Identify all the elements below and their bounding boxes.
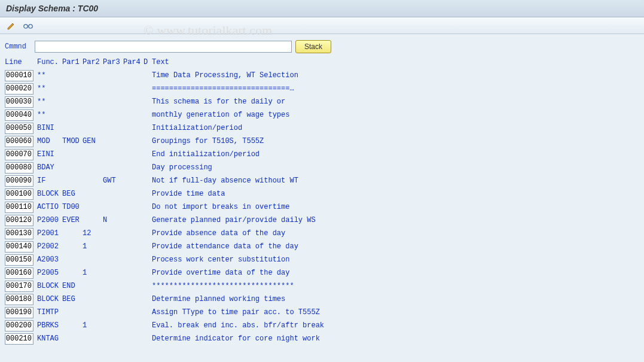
column-headers: Line Func. Par1 Par2 Par3 Par4 D Text	[5, 57, 639, 68]
cell-text: Day processing	[152, 163, 639, 172]
rows-container: **Time Data Processing, WT Selection**==…	[5, 69, 639, 345]
cell-par1: END	[62, 282, 83, 290]
cell-par2: 1	[83, 242, 103, 251]
line-input[interactable]	[5, 215, 33, 226]
cell-text: Not if full-day absence without WT	[152, 177, 639, 185]
line-input[interactable]	[5, 83, 33, 95]
cell-text: Initialization/period	[152, 124, 639, 132]
cell-func: BLOCK	[37, 295, 62, 303]
cell-text: Groupings for T510S, T555Z	[152, 137, 639, 145]
line-input[interactable]	[5, 188, 33, 200]
cell-func: PBRKS	[37, 321, 62, 330]
line-input[interactable]	[5, 175, 33, 187]
line-input[interactable]	[5, 70, 33, 81]
line-input[interactable]	[5, 281, 33, 292]
table-row: EINIEnd initialization/period	[5, 148, 639, 161]
cell-func: **	[37, 71, 62, 80]
cell-func: BLOCK	[37, 190, 62, 198]
cell-func: EINI	[37, 150, 62, 159]
table-row: PBRKS1Eval. break end inc. abs. bfr/aftr…	[5, 319, 639, 332]
cell-func: P2005	[37, 269, 62, 277]
cell-text: ================================…	[152, 84, 639, 93]
cell-par1: TMOD	[62, 137, 83, 145]
cell-func: TIMTP	[37, 308, 62, 317]
line-input[interactable]	[5, 267, 33, 279]
line-input[interactable]	[5, 320, 33, 331]
table-row: **Time Data Processing, WT Selection	[5, 69, 639, 82]
cell-func: **	[37, 111, 62, 119]
cell-par1: BEG	[62, 295, 83, 303]
table-row: BINIInitialization/period	[5, 121, 639, 135]
edit-icon[interactable]	[5, 20, 18, 32]
header-par3: Par3	[103, 58, 123, 66]
cell-par3: N	[103, 216, 123, 224]
cell-par1: EVER	[62, 216, 83, 224]
line-input[interactable]	[5, 109, 33, 121]
cell-func: ACTIO	[37, 203, 62, 211]
header-text: Text	[152, 58, 639, 66]
cell-func: IF	[37, 177, 62, 185]
line-input[interactable]	[5, 294, 33, 305]
glasses-icon[interactable]	[22, 20, 35, 32]
cell-func: BLOCK	[37, 282, 62, 290]
table-row: P20021Provide attendance data of the day	[5, 240, 639, 253]
svg-point-0	[24, 24, 28, 28]
cell-func: **	[37, 98, 62, 106]
cell-text: *********************************	[152, 282, 639, 290]
line-input[interactable]	[5, 136, 33, 147]
table-row: BLOCKBEGDetermine planned working times	[5, 293, 639, 306]
cell-func: P2002	[37, 242, 62, 251]
cell-par2: 1	[83, 269, 103, 277]
line-input[interactable]	[5, 149, 33, 160]
content-area: Cmmnd Stack Line Func. Par1 Par2 Par3 Pa…	[0, 34, 644, 345]
cell-par2: 12	[83, 229, 103, 238]
header-par2: Par2	[83, 58, 103, 66]
cell-func: P2000	[37, 216, 62, 224]
line-input[interactable]	[5, 241, 33, 253]
cell-text: This schema is for the daily or	[152, 98, 639, 106]
table-row: P2000EVERNGenerate planned pair/provide …	[5, 214, 639, 227]
table-row: **monthly generation of wage types	[5, 108, 639, 121]
header-par1: Par1	[62, 58, 83, 66]
table-row: TIMTPAssign TType to time pair acc. to T…	[5, 306, 639, 319]
command-label: Cmmnd	[5, 42, 31, 51]
command-input[interactable]	[35, 41, 292, 53]
toolbar	[0, 17, 644, 34]
line-input[interactable]	[5, 162, 33, 174]
table-row: BLOCKBEGProvide time data	[5, 187, 639, 200]
line-input[interactable]	[5, 307, 33, 318]
line-input[interactable]	[5, 333, 33, 345]
table-row: P20051Provide overtime data of the day	[5, 266, 639, 279]
cell-text: Eval. break end inc. abs. bfr/aftr break	[152, 321, 639, 330]
table-row: MODTMODGENGroupings for T510S, T555Z	[5, 135, 639, 148]
line-input[interactable]	[5, 254, 33, 266]
table-row: A2003Process work center substitution	[5, 253, 639, 266]
svg-point-1	[29, 24, 32, 28]
window-title: Display Schema : TC00	[0, 0, 644, 17]
cell-text: Provide time data	[152, 190, 639, 198]
line-input[interactable]	[5, 202, 33, 213]
table-row: BLOCKEND********************************…	[5, 279, 639, 293]
cell-par2: 1	[83, 321, 103, 330]
cell-text: Determine planned working times	[152, 295, 639, 303]
cell-text: Determine indicator for core night work	[152, 334, 639, 343]
cell-func: P2001	[37, 229, 62, 238]
line-input[interactable]	[5, 123, 33, 134]
cell-func: BINI	[37, 124, 62, 132]
cell-func: A2003	[37, 255, 62, 264]
cell-text: Assign TType to time pair acc. to T555Z	[152, 308, 639, 317]
cell-text: monthly generation of wage types	[152, 111, 639, 119]
header-line: Line	[5, 58, 37, 66]
line-input[interactable]	[5, 228, 33, 239]
table-row: **================================…	[5, 82, 639, 95]
table-row: IFGWTNot if full-day absence without WT	[5, 174, 639, 187]
header-func: Func.	[37, 58, 62, 66]
line-input[interactable]	[5, 96, 33, 108]
cell-text: Provide overtime data of the day	[152, 269, 639, 277]
cell-par1: TD00	[62, 203, 83, 211]
cell-func: BDAY	[37, 163, 62, 172]
cell-text: Provide attendance data of the day	[152, 242, 639, 251]
stack-button[interactable]: Stack	[295, 40, 331, 53]
cell-text: Provide absence data of the day	[152, 229, 639, 238]
cell-par1: BEG	[62, 190, 83, 198]
